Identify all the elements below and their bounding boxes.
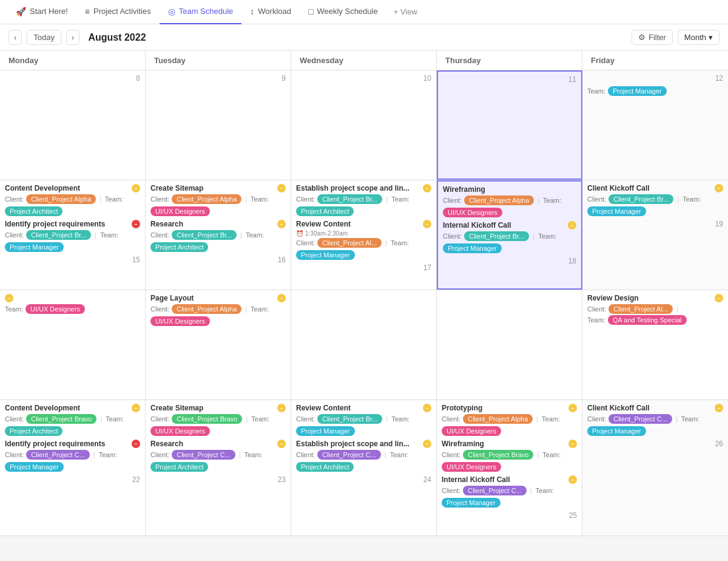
tab-workload[interactable]: ↕ Workload — [241, 0, 300, 24]
status-dot: – — [132, 440, 140, 448]
task-title: Research – — [150, 220, 286, 228]
team-tag: Project Manager — [296, 250, 355, 260]
task-card: Research – Client: Client_Project Br... … — [150, 220, 286, 252]
day-header-monday: Monday — [0, 51, 146, 70]
task-card: Create Sitemap – Client: Client_Project … — [150, 184, 286, 216]
status-dot: – — [423, 184, 431, 192]
task-card: Create Sitemap – Client: Client_Project … — [150, 404, 286, 436]
week-row-3: – Team: UI/UX Designers Page Layout – — [0, 290, 728, 400]
task-title: – — [5, 294, 140, 302]
task-card: Establish project scope and lin... – Cli… — [296, 184, 431, 216]
next-month-button[interactable]: › — [66, 30, 79, 45]
status-dot: – — [423, 220, 431, 228]
client-tag: Client_Project Alpha — [172, 194, 241, 204]
day-number: 22 — [5, 475, 140, 484]
day-cell-9: 9 — [146, 70, 291, 180]
day-number: 15 — [5, 256, 140, 264]
task-title: Page Layout – — [150, 294, 286, 302]
filter-icon: ⚙ — [638, 33, 645, 42]
day-number: 10 — [296, 74, 431, 83]
day-header-thursday: Thursday — [437, 51, 582, 70]
day-cell-16: Create Sitemap – Client: Client_Project … — [146, 180, 291, 290]
day-cell-25: Prototyping – Client: Client_Project Alp… — [437, 400, 582, 536]
prev-month-button[interactable]: ‹ — [8, 30, 22, 45]
status-dot: – — [132, 220, 140, 228]
toolbar: ‹ Today › August 2022 ⚙ Filter Month ▾ — [0, 24, 728, 51]
task-title: Content Development – — [5, 404, 140, 412]
day-cell-11: 11 — [437, 70, 582, 180]
list-icon: ≡ — [85, 7, 90, 16]
day-cell-26: Client Kickoff Call – Client: Client_Pro… — [582, 400, 728, 536]
day-number: 17 — [296, 264, 431, 272]
task-card: Research – Client: Client_Project C... |… — [150, 440, 286, 472]
team-tag: UI/UX Designers — [150, 316, 210, 326]
client-tag: Client_Project Br... — [172, 230, 237, 240]
calendar: Monday Tuesday Wednesday Thursday Friday… — [0, 51, 728, 536]
team-tag: UI/UX Designers — [150, 426, 210, 436]
tab-start-here[interactable]: 🚀 Start Here! — [7, 0, 76, 24]
team-tag: Project Manager — [587, 426, 646, 436]
day-number: 12 — [587, 74, 723, 83]
team-tag: UI/UX Designers — [442, 426, 501, 436]
today-button[interactable]: Today — [27, 30, 61, 45]
top-nav: 🚀 Start Here! ≡ Project Activities ◎ Tea… — [0, 0, 728, 24]
weekly-icon: □ — [308, 7, 313, 16]
tab-weekly-schedule[interactable]: □ Weekly Schedule — [300, 0, 386, 24]
task-title: Identify project requirements – — [5, 220, 140, 228]
day-cell-19: Client Kickoff Call – Client: Client_Pro… — [582, 180, 728, 290]
day-number: 18 — [443, 257, 576, 265]
day-header-wednesday: Wednesday — [291, 51, 437, 70]
day-header-tuesday: Tuesday — [146, 51, 291, 70]
tab-project-activities[interactable]: ≡ Project Activities — [76, 0, 160, 24]
team-tag: Project Manager — [587, 206, 646, 216]
status-dot: – — [132, 404, 140, 412]
status-dot: – — [5, 294, 13, 302]
client-tag: Client_Project Br... — [26, 230, 91, 240]
day-number: 25 — [442, 511, 577, 520]
day-cell-15: Content Development – Client: Client_Pro… — [0, 180, 146, 290]
client-tag: Client_Project Alpha — [463, 414, 533, 424]
team-tag: QA and Testing Special — [608, 315, 687, 325]
team-tag: Project Architect — [296, 462, 354, 472]
day-number: 8 — [5, 74, 140, 83]
day-cell-wed-overflow — [291, 290, 437, 399]
chevron-down-icon: ▾ — [709, 33, 713, 42]
team-tag: UI/UX Designers — [25, 304, 85, 314]
day-cell-24: Review Content – Client: Client_Project … — [291, 400, 437, 536]
task-card: Establish project scope and lin... – Cli… — [296, 440, 431, 472]
team-tag: Project Architect — [150, 462, 208, 472]
status-dot: – — [715, 184, 723, 192]
task-card: Team: Project Manager — [587, 86, 723, 96]
client-tag: Client_Project Br... — [464, 231, 529, 241]
month-dropdown[interactable]: Month ▾ — [678, 30, 720, 45]
workload-icon: ↕ — [250, 7, 254, 16]
task-card: Review Content – ⏰ 1:30am-2:30am Client:… — [296, 220, 431, 260]
client-tag: Client_Project Br... — [608, 194, 673, 204]
task-card: Internal Kickoff Call – Client: Client_P… — [443, 221, 576, 253]
task-card: Content Development – Client: Client_Pro… — [5, 184, 140, 216]
task-card: Wireframing – Client: Client_Project Bra… — [442, 440, 577, 472]
task-card: Client Kickoff Call – Client: Client_Pro… — [587, 184, 723, 216]
task-card: – Team: UI/UX Designers — [5, 294, 140, 314]
day-number: 24 — [296, 475, 431, 484]
tab-team-schedule[interactable]: ◎ Team Schedule — [160, 0, 242, 24]
task-title: Research – — [150, 440, 286, 448]
task-card: Review Content – Client: Client_Project … — [296, 404, 431, 436]
task-card: Content Development – Client: Client_Pro… — [5, 404, 140, 436]
team-tag: Project Architect — [150, 242, 208, 252]
day-cell-thu-overflow — [437, 290, 582, 399]
team-tag: Project Architect — [5, 206, 62, 216]
team-tag: Project Manager — [442, 498, 500, 508]
filter-button[interactable]: ⚙ Filter — [632, 30, 673, 45]
team-tag: Project Manager — [443, 243, 502, 253]
day-header-friday: Friday — [582, 51, 728, 70]
status-dot: – — [132, 184, 140, 192]
team-tag: UI/UX Designers — [442, 462, 501, 472]
client-tag: Client_Project Bravo — [463, 450, 533, 460]
status-dot: – — [423, 404, 431, 412]
status-dot: – — [423, 440, 431, 448]
status-dot: – — [568, 404, 577, 412]
team-tag: Project Manager — [296, 426, 355, 436]
client-tag: Client_Project C... — [317, 450, 381, 460]
tab-add-view[interactable]: + View — [386, 0, 425, 24]
